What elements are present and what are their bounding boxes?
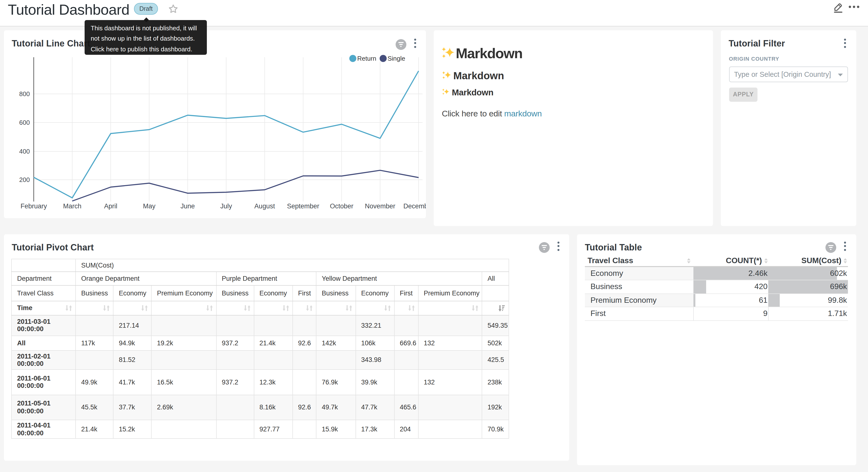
svg-text:May: May	[143, 203, 156, 210]
svg-text:June: June	[181, 203, 195, 210]
svg-text:October: October	[330, 203, 353, 210]
svg-text:600: 600	[19, 119, 30, 126]
svg-text:Return: Return	[357, 55, 376, 62]
svg-text:Single: Single	[388, 55, 405, 62]
svg-text:November: November	[365, 203, 395, 210]
svg-text:September: September	[287, 203, 319, 210]
svg-text:March: March	[63, 203, 82, 210]
svg-text:July: July	[220, 203, 232, 210]
svg-text:August: August	[254, 203, 275, 210]
svg-text:800: 800	[19, 90, 30, 97]
svg-text:February: February	[21, 203, 47, 210]
svg-text:400: 400	[19, 148, 30, 155]
svg-text:200: 200	[19, 176, 30, 183]
svg-text:April: April	[104, 203, 117, 210]
svg-text:December: December	[403, 203, 426, 210]
